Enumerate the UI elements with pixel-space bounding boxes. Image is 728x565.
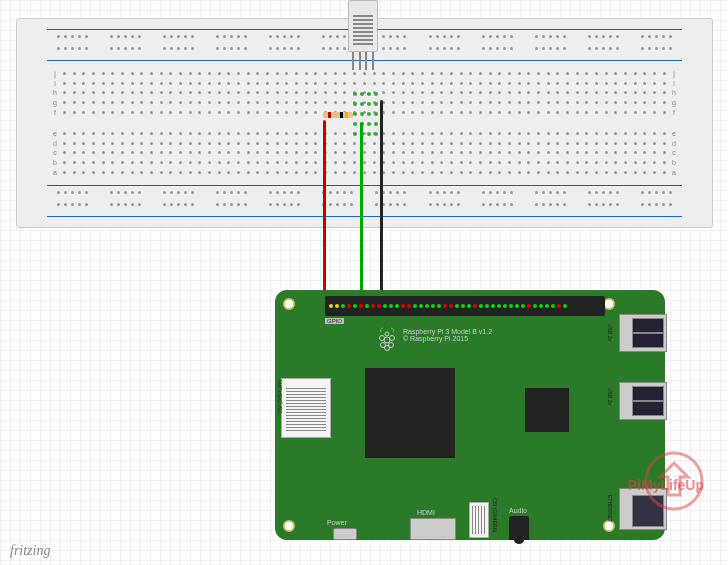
pullup-resistor bbox=[323, 112, 353, 118]
svg-point-1 bbox=[380, 336, 385, 341]
mounting-hole bbox=[283, 298, 295, 310]
audio-label: Audio bbox=[509, 507, 527, 514]
raspberry-pi: const colors=['y','y','g','r','g','r','g… bbox=[275, 290, 665, 540]
usb-port-1 bbox=[619, 314, 667, 352]
app-name: fritzing bbox=[10, 543, 50, 559]
wire-gnd bbox=[380, 100, 383, 306]
gpio-label: GPIO bbox=[325, 318, 344, 324]
dsi-connector bbox=[281, 378, 331, 438]
dht22-pin-vcc bbox=[352, 52, 354, 70]
dsi-label: DSI (DISPLAY) bbox=[277, 380, 283, 414]
dht22-pin-data bbox=[359, 52, 361, 70]
usb-label-1: USB 2x bbox=[607, 324, 613, 341]
micro-usb-power bbox=[333, 528, 357, 540]
power-label: Power bbox=[327, 519, 347, 526]
resistor-band bbox=[340, 112, 343, 118]
dht22-pin-gnd bbox=[372, 52, 374, 70]
power-rail-bottom: for(let g=0;g<12;g++){document.write('<d… bbox=[47, 183, 682, 219]
dht22-pin-nc bbox=[365, 52, 367, 70]
breadboard-main: const tr=['j','i','h','g','f'];const br=… bbox=[47, 69, 682, 177]
usb-port-2 bbox=[619, 382, 667, 420]
hdmi-port bbox=[410, 518, 456, 540]
svg-point-6 bbox=[385, 332, 389, 336]
svg-point-5 bbox=[385, 346, 390, 351]
audio-jack bbox=[509, 516, 529, 540]
csi-label: CSI (CAMERA) bbox=[492, 498, 498, 532]
wire-data bbox=[360, 122, 363, 314]
watermark-text: PiMyLifeUp bbox=[628, 477, 704, 493]
dht22-body bbox=[348, 0, 378, 52]
gpio-header: const colors=['y','y','g','r','g','r','g… bbox=[325, 296, 605, 316]
pi-model-text: Raspberry Pi 3 Model B v1.2 © Raspberry … bbox=[403, 328, 492, 342]
mounting-hole bbox=[283, 520, 295, 532]
hdmi-label: HDMI bbox=[417, 509, 435, 516]
ethernet-label: ETHERNET bbox=[607, 495, 613, 522]
svg-point-2 bbox=[390, 336, 395, 341]
csi-connector bbox=[469, 502, 489, 538]
ram-chip bbox=[525, 388, 569, 432]
dht22-sensor bbox=[348, 0, 378, 70]
soc-chip bbox=[365, 368, 455, 458]
raspberry-pi-logo-icon bbox=[375, 326, 399, 358]
usb-label-2: USB 2x bbox=[607, 388, 613, 405]
wire-vcc bbox=[323, 120, 326, 298]
